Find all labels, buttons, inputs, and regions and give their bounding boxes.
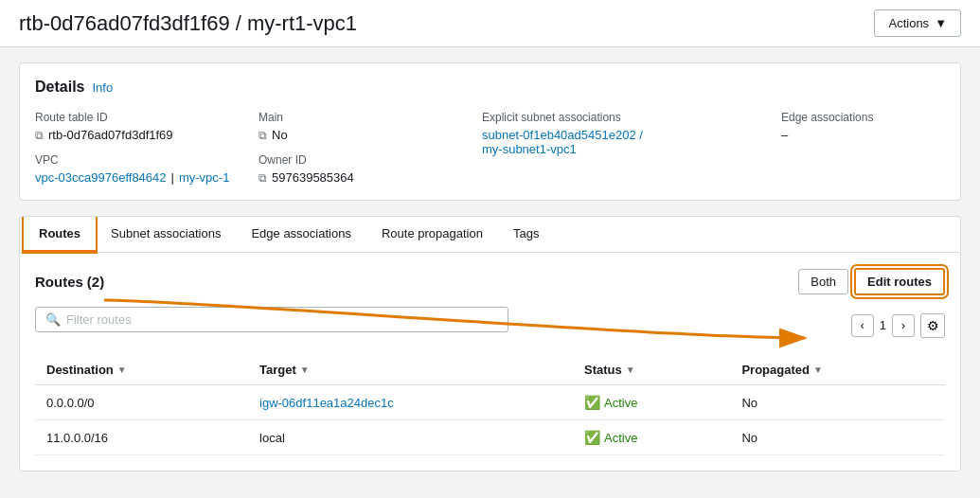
edit-routes-button[interactable]: Edit routes <box>854 268 945 295</box>
col-status: Status ▼ <box>573 355 730 385</box>
main-label: Main <box>258 111 467 124</box>
edge-assoc-value: – <box>781 128 788 142</box>
routes-tbody: 0.0.0.0/0igw-06df11ea1a24dec1c✅ ActiveNo… <box>35 385 945 455</box>
search-icon: 🔍 <box>45 312 61 327</box>
table-row: 0.0.0.0/0igw-06df11ea1a24dec1c✅ ActiveNo <box>35 385 945 420</box>
next-page-button[interactable]: › <box>892 314 915 337</box>
details-card: Details Info Route table ID ⧉ rtb-0d76ad… <box>19 62 961 201</box>
col-destination: Destination ▼ <box>35 355 248 385</box>
prev-page-button[interactable]: ‹ <box>851 314 874 337</box>
filter-input[interactable] <box>66 312 498 327</box>
owner-id-value: 597639585364 <box>272 170 354 185</box>
cell-target[interactable]: igw-06df11ea1a24dec1c <box>248 385 573 420</box>
vpc-link1[interactable]: vpc-03cca9976eff84642 <box>35 170 167 185</box>
edge-assoc-label: Edge associations <box>781 111 945 124</box>
cell-propagated: No <box>730 385 945 420</box>
routes-count: (2) <box>87 274 104 290</box>
sort-icon-destination[interactable]: ▼ <box>117 365 127 375</box>
table-header-row: Destination ▼ Target ▼ S <box>35 355 945 385</box>
edge-assoc-item: Edge associations – <box>781 111 945 185</box>
routes-tab-content: Routes (2) Both Edit routes 🔍 ‹ 1 › <box>20 253 960 471</box>
route-table-id-item: Route table ID ⧉ rtb-0d76ad07fd3df1f69 V… <box>35 111 243 185</box>
tab-edge-associations[interactable]: Edge associations <box>236 217 366 252</box>
tabs-nav: Routes Subnet associations Edge associat… <box>20 217 960 253</box>
cell-destination: 0.0.0.0/0 <box>35 385 248 420</box>
owner-id-label: Owner ID <box>258 153 467 167</box>
status-active: ✅ Active <box>584 395 719 410</box>
tab-route-propagation[interactable]: Route propagation <box>366 217 498 252</box>
status-active: ✅ Active <box>584 430 719 445</box>
main-value: No <box>272 128 288 142</box>
tab-tags[interactable]: Tags <box>498 217 554 252</box>
table-row: 11.0.0.0/16local✅ ActiveNo <box>35 420 945 455</box>
cell-status: ✅ Active <box>573 420 730 455</box>
explicit-subnet-item: Explicit subnet associations subnet-0f1e… <box>482 111 766 185</box>
cell-status: ✅ Active <box>573 385 730 420</box>
details-header: Details Info <box>35 79 945 96</box>
right-controls: Both Edit routes <box>798 268 945 295</box>
subnet-link2[interactable]: my-subnet1-vpc1 <box>482 142 577 156</box>
details-title: Details <box>35 79 84 96</box>
check-circle-icon: ✅ <box>584 430 600 445</box>
tabs-area: Routes Subnet associations Edge associat… <box>19 216 961 471</box>
settings-button[interactable]: ⚙ <box>920 313 945 338</box>
subnet-link1[interactable]: subnet-0f1eb40ad5451e202 / <box>482 128 643 142</box>
owner-copy-icon[interactable]: ⧉ <box>258 171 267 185</box>
copy-icon[interactable]: ⧉ <box>35 129 44 142</box>
top-bar: rtb-0d76ad07fd3df1f69 / my-rt1-vpc1 Acti… <box>0 0 980 47</box>
both-button[interactable]: Both <box>798 269 848 294</box>
tab-routes[interactable]: Routes <box>24 217 96 252</box>
main-item: Main ⧉ No Owner ID ⧉ 597639585364 <box>258 111 467 185</box>
cell-destination: 11.0.0.0/16 <box>35 420 248 455</box>
sort-icon-propagated[interactable]: ▼ <box>813 365 823 375</box>
page-title: rtb-0d76ad07fd3df1f69 / my-rt1-vpc1 <box>19 11 357 36</box>
sort-icon-target[interactable]: ▼ <box>300 365 310 375</box>
vpc-link2[interactable]: my-vpc-1 <box>179 170 229 185</box>
routes-header-row: Routes (2) Both Edit routes <box>35 268 945 295</box>
actions-label: Actions <box>888 16 929 30</box>
content-area: Details Info Route table ID ⧉ rtb-0d76ad… <box>0 47 980 487</box>
check-circle-icon: ✅ <box>584 395 600 410</box>
cell-propagated: No <box>730 420 945 455</box>
routes-table: Destination ▼ Target ▼ S <box>35 355 945 455</box>
filter-bar: 🔍 <box>35 307 508 332</box>
page-number: 1 <box>880 318 886 332</box>
actions-button[interactable]: Actions ▼ <box>874 9 961 37</box>
main-copy-icon[interactable]: ⧉ <box>258 129 267 142</box>
col-propagated: Propagated ▼ <box>730 355 945 385</box>
col-target: Target ▼ <box>248 355 573 385</box>
pagination: ‹ 1 › ⚙ <box>851 313 945 338</box>
sort-icon-status[interactable]: ▼ <box>626 365 635 375</box>
route-table-id-label: Route table ID <box>35 111 243 124</box>
tab-subnet-associations[interactable]: Subnet associations <box>96 217 236 252</box>
route-table-id-value: ⧉ rtb-0d76ad07fd3df1f69 <box>35 128 243 142</box>
vpc-label: VPC <box>35 153 243 167</box>
info-link[interactable]: Info <box>92 80 113 95</box>
explicit-subnet-label: Explicit subnet associations <box>482 111 766 124</box>
details-grid: Route table ID ⧉ rtb-0d76ad07fd3df1f69 V… <box>35 111 945 185</box>
routes-title-group: Routes (2) <box>35 274 104 290</box>
cell-target: local <box>248 420 573 455</box>
target-link[interactable]: igw-06df11ea1a24dec1c <box>259 396 394 410</box>
routes-title: Routes <box>35 274 83 290</box>
dropdown-arrow-icon: ▼ <box>935 16 947 30</box>
